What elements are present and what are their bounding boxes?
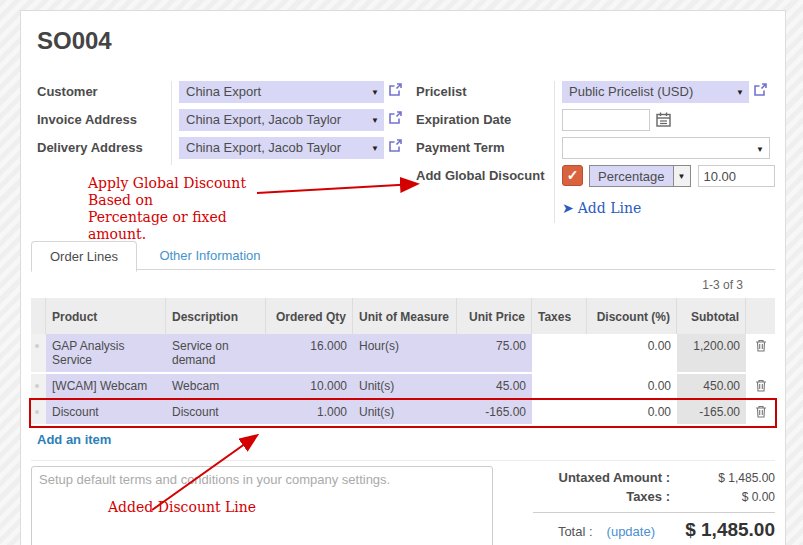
cell-subtotal: 450.00 <box>677 374 746 398</box>
cell-uom[interactable]: Unit(s) <box>353 400 457 424</box>
totals-divider <box>533 512 775 513</box>
taxes-label: Taxes : <box>626 489 670 504</box>
cell-description[interactable]: Webcam <box>166 374 266 398</box>
customer-select[interactable]: China Export ▼ <box>179 81 384 103</box>
chevron-down-icon: ▼ <box>371 88 379 97</box>
cell-taxes[interactable] <box>532 374 587 398</box>
terms-notes-textarea[interactable] <box>31 466 493 545</box>
payment-term-select[interactable]: ▼ <box>562 137 770 159</box>
cell-taxes[interactable] <box>532 334 587 372</box>
invoice-address-value: China Export, Jacob Taylor <box>186 112 341 127</box>
sale-order-sheet: SO004 Customer China Export ▼ Invoice Ad… <box>20 10 786 545</box>
cell-product[interactable]: GAP Analysis Service <box>46 334 166 372</box>
delivery-address-select[interactable]: China Export, Jacob Taylor ▼ <box>179 137 384 159</box>
chevron-down-icon: ▼ <box>371 144 379 153</box>
col-description[interactable]: Description <box>166 298 266 334</box>
chevron-down-icon: ▼ <box>371 116 379 125</box>
delivery-address-value: China Export, Jacob Taylor <box>186 140 341 155</box>
pager[interactable]: 1-3 of 3 <box>31 270 775 298</box>
cell-uom[interactable]: Hour(s) <box>353 334 457 372</box>
tab-order-lines[interactable]: Order Lines <box>31 241 137 272</box>
chevron-down-icon: ▼ <box>756 145 764 154</box>
col-product[interactable]: Product <box>46 298 166 334</box>
annotation-global-discount: Apply Global Discount Based on Percentag… <box>88 175 278 243</box>
col-taxes[interactable]: Taxes <box>532 298 587 334</box>
row-drag-handle[interactable] <box>31 400 46 424</box>
notebook-tabs: Order Lines Other Information <box>31 240 775 270</box>
cell-subtotal: -165.00 <box>677 400 746 424</box>
col-discount[interactable]: Discount (%) <box>587 298 677 334</box>
cell-discount[interactable]: 0.00 <box>587 374 677 398</box>
pricelist-value: Public Pricelist (USD) <box>569 84 693 99</box>
expiration-date-input[interactable] <box>562 109 650 131</box>
row-drag-handle[interactable] <box>31 334 46 372</box>
chevron-down-icon: ▼ <box>736 88 744 97</box>
untaxed-amount-value: $ 1,485.00 <box>670 471 775 485</box>
arrow-right-icon: ➤ <box>562 200 574 216</box>
table-header-row: Product Description Ordered Qty Unit of … <box>31 298 775 334</box>
cell-description[interactable]: Discount <box>166 400 266 424</box>
col-unit-of-measure[interactable]: Unit of Measure <box>353 298 457 334</box>
handle-column-header <box>31 298 46 334</box>
spacer <box>416 195 554 223</box>
pricelist-select[interactable]: Public Pricelist (USD) ▼ <box>562 81 749 103</box>
trash-icon[interactable] <box>746 334 775 372</box>
tab-other-information[interactable]: Other Information <box>141 241 278 270</box>
cell-subtotal: 1,200.00 <box>677 334 746 372</box>
cell-product[interactable]: [WCAM] Webcam <box>46 374 166 398</box>
invoice-address-label: Invoice Address <box>37 109 171 137</box>
update-total-link[interactable]: (update) <box>607 524 655 539</box>
cell-discount[interactable]: 0.00 <box>587 334 677 372</box>
col-delete <box>746 298 775 334</box>
cell-uom[interactable]: Unit(s) <box>353 374 457 398</box>
cell-price[interactable]: -165.00 <box>457 400 532 424</box>
col-unit-price[interactable]: Unit Price <box>457 298 532 334</box>
table-row[interactable]: GAP Analysis Service Service on demand 1… <box>31 334 775 374</box>
total-value: $ 1,485.00 <box>655 519 775 541</box>
invoice-address-select[interactable]: China Export, Jacob Taylor ▼ <box>179 109 384 131</box>
row-drag-handle[interactable] <box>31 374 46 398</box>
cell-price[interactable]: 75.00 <box>457 334 532 372</box>
taxes-value: $ 0.00 <box>670 490 775 504</box>
external-link-icon[interactable] <box>753 82 768 97</box>
col-subtotal[interactable]: Subtotal <box>677 298 746 334</box>
discount-type-value: Percentage <box>590 166 673 186</box>
totals-panel: Untaxed Amount : $ 1,485.00 Taxes : $ 0.… <box>533 466 775 545</box>
discount-value-input[interactable] <box>698 165 775 187</box>
delivery-address-label: Delivery Address <box>37 137 171 165</box>
untaxed-amount-label: Untaxed Amount : <box>559 470 670 485</box>
trash-icon[interactable] <box>746 400 775 424</box>
table-row-discount[interactable]: Discount Discount 1.000 Unit(s) -165.00 … <box>31 400 775 426</box>
table-row[interactable]: [WCAM] Webcam Webcam 10.000 Unit(s) 45.0… <box>31 374 775 400</box>
cell-qty[interactable]: 1.000 <box>266 400 353 424</box>
external-link-icon[interactable] <box>388 138 403 153</box>
pricelist-label: Pricelist <box>416 81 554 109</box>
page: SO004 Customer China Export ▼ Invoice Ad… <box>0 0 803 545</box>
discount-type-select[interactable]: Percentage ▼ <box>589 165 691 187</box>
calendar-icon[interactable] <box>656 112 671 127</box>
total-label: Total : <box>558 524 593 539</box>
external-link-icon[interactable] <box>388 110 403 125</box>
expiration-date-label: Expiration Date <box>416 109 554 137</box>
cell-qty[interactable]: 16.000 <box>266 334 353 372</box>
annotation-discount-line: Added Discount Line <box>108 499 256 516</box>
form-right-column: Pricelist Public Pricelist (USD) ▼ Expir… <box>416 81 775 223</box>
customer-label: Customer <box>37 81 171 109</box>
cell-product[interactable]: Discount <box>46 400 166 424</box>
external-link-icon[interactable] <box>388 82 403 97</box>
cell-qty[interactable]: 10.000 <box>266 374 353 398</box>
cell-description[interactable]: Service on demand <box>166 334 266 372</box>
order-lines-table: Product Description Ordered Qty Unit of … <box>31 298 775 426</box>
col-ordered-qty[interactable]: Ordered Qty <box>266 298 353 334</box>
cell-taxes[interactable] <box>532 400 587 424</box>
payment-term-label: Payment Term <box>416 137 554 165</box>
global-discount-label: Add Global Disocunt <box>416 165 554 193</box>
cell-discount[interactable]: 0.00 <box>587 400 677 424</box>
add-an-item-link[interactable]: Add an item <box>31 426 111 447</box>
add-line-link[interactable]: ➤Add Line <box>562 195 641 216</box>
global-discount-checkbox[interactable]: ✓ <box>562 165 583 186</box>
trash-icon[interactable] <box>746 374 775 398</box>
chevron-down-icon: ▼ <box>673 166 690 186</box>
page-title: SO004 <box>37 27 775 55</box>
cell-price[interactable]: 45.00 <box>457 374 532 398</box>
